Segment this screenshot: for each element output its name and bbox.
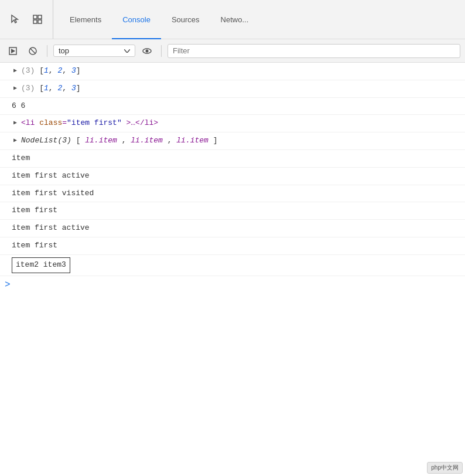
console-line: ▶ NodeList(3) [ li.item , li.item , li.i… [0, 132, 465, 150]
array-count: (3) [1, 2, 3] [21, 83, 81, 95]
text-output: item first [12, 205, 57, 217]
text-output: item first visited [12, 188, 94, 200]
tab-sources[interactable]: Sources [161, 1, 210, 39]
tab-network[interactable]: Netwo... [210, 1, 259, 39]
tab-elements[interactable]: Elements [59, 1, 112, 39]
context-value: top [59, 46, 121, 55]
text-output: item first active [12, 170, 90, 182]
watermark: php中文网 [427, 462, 463, 474]
devtools-icons [6, 0, 53, 39]
text-output: item first [12, 240, 57, 252]
inspect-icon[interactable] [28, 10, 47, 29]
console-line: ▶ <li class="item first" >…</li> [0, 115, 465, 132]
svg-rect-3 [38, 20, 42, 23]
prompt-symbol: > [5, 280, 11, 290]
console-line: item first visited [0, 185, 465, 203]
outlined-output: item2 item3 [12, 257, 70, 273]
filter-input[interactable] [167, 44, 460, 58]
console-line: ▶ (3) [1, 2, 3] [0, 80, 465, 98]
console-prompt[interactable]: > [0, 276, 465, 294]
nodelist-output: NodeList(3) [ li.item , li.item , li.ite… [21, 135, 218, 147]
cursor-icon[interactable] [6, 10, 25, 29]
svg-point-9 [146, 49, 149, 52]
console-line: item first active [0, 168, 465, 185]
svg-line-7 [30, 48, 36, 53]
text-output: item first active [12, 222, 90, 234]
top-nav: Elements Console Sources Netwo... [0, 0, 465, 39]
console-line: item first [0, 202, 465, 220]
expand-arrow[interactable]: ▶ [12, 65, 19, 76]
console-line: item [0, 150, 465, 168]
expand-arrow[interactable]: ▶ [12, 135, 19, 145]
svg-rect-2 [33, 20, 37, 23]
array-count: (3) [1, 2, 3] [21, 65, 81, 77]
chevron-down-icon [124, 49, 130, 53]
console-line: item first [0, 237, 465, 255]
console-output: ▶ (3) [1, 2, 3] ▶ (3) [1, 2, 3] 6 6 ▶ <l… [0, 63, 465, 476]
expand-arrow[interactable]: ▶ [12, 117, 19, 128]
console-line: 6 6 [0, 98, 465, 115]
clear-button[interactable] [25, 43, 41, 59]
toolbar-divider [47, 45, 47, 57]
eye-button[interactable] [139, 43, 155, 59]
execute-button[interactable] [5, 43, 21, 59]
svg-rect-0 [33, 15, 37, 19]
text-output: item [12, 152, 30, 165]
console-line: ▶ (3) [1, 2, 3] [0, 63, 465, 80]
svg-marker-5 [11, 49, 15, 53]
console-line: item2 item3 [0, 255, 465, 276]
console-line: item first active [0, 220, 465, 237]
tab-console[interactable]: Console [112, 1, 161, 39]
expand-arrow[interactable]: ▶ [12, 83, 19, 93]
number-output: 6 6 [12, 100, 25, 113]
html-element-output: <li class="item first" >…</li> [21, 117, 158, 130]
toolbar-divider-2 [161, 45, 162, 57]
svg-rect-1 [38, 15, 42, 19]
console-toolbar: top [0, 39, 465, 63]
context-selector[interactable]: top [53, 45, 135, 57]
